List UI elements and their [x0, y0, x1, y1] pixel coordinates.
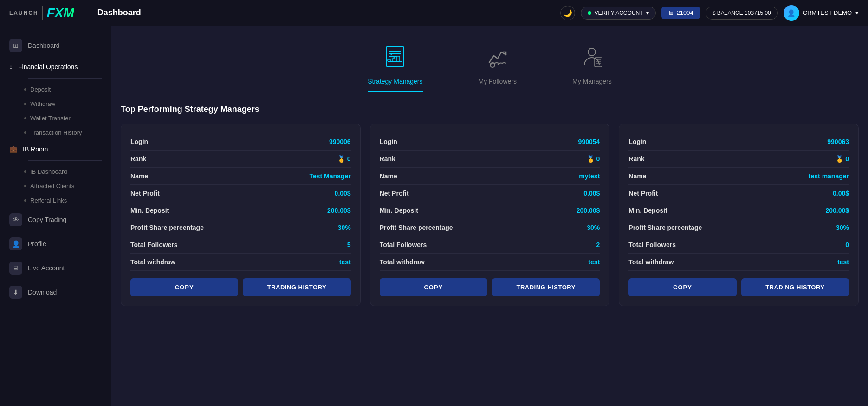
card-row-login: Login 990054 — [380, 133, 600, 151]
sidebar-item-download[interactable]: ⬇ Download — [0, 280, 111, 304]
sidebar-sub-label: Deposit — [30, 86, 51, 93]
net-profit-label: Net Profit — [628, 190, 658, 197]
sidebar-item-referral-links[interactable]: Refferal Links — [0, 193, 111, 208]
card-row-net-profit: Net Profit 0.00$ — [380, 185, 600, 202]
sidebar-item-copy-trading[interactable]: 👁 Copy Trading — [0, 208, 111, 232]
card-buttons: COPY TRADING HISTORY — [380, 278, 600, 296]
card-row-total-withdraw: Total withdraw test — [130, 254, 351, 271]
net-profit-value: 0.00$ — [583, 190, 600, 197]
sidebar-sub-label: Attracted Clients — [30, 183, 74, 190]
download-icon: ⬇ — [9, 286, 22, 299]
balance-button[interactable]: $ BALANCE 103715.00 — [706, 7, 778, 20]
total-followers-label: Total Followers — [380, 241, 427, 249]
copy-button-1[interactable]: COPY — [130, 278, 238, 296]
dashboard-icon: ⊞ — [9, 39, 22, 52]
sidebar-section-ib-room[interactable]: 💼 IB Room — [0, 140, 111, 158]
profit-share-label: Profit Share percentage — [380, 224, 453, 231]
trading-history-button-3[interactable]: TRADING HISTORY — [741, 278, 849, 296]
sidebar: ⊞ Dashboard ↕ Financial Operations Depos… — [0, 26, 111, 406]
trading-history-button-1[interactable]: TRADING HISTORY — [243, 278, 350, 296]
login-value: 990063 — [827, 138, 849, 145]
total-withdraw-value: test — [588, 258, 600, 266]
card-row-rank: Rank 🥇0 — [380, 151, 600, 168]
verify-account-label: VERIFY ACCOUNT — [594, 10, 643, 16]
bullet-icon — [24, 103, 26, 105]
min-deposit-label: Min. Deposit — [628, 207, 667, 214]
sidebar-item-attracted-clients[interactable]: Attracted Clients — [0, 179, 111, 193]
min-deposit-value: 200.00$ — [577, 207, 600, 214]
user-name: CRMTEST DEMO — [803, 9, 852, 16]
avatar: 👤 — [784, 5, 799, 21]
bullet-icon — [24, 117, 26, 119]
card-buttons: COPY TRADING HISTORY — [628, 278, 849, 296]
logo-launch-text: LAUNCH — [9, 10, 39, 16]
login-value: 990006 — [329, 138, 351, 145]
sidebar-item-wallet-transfer[interactable]: Wallet Transfer — [0, 111, 111, 125]
logo: LAUNCH FXM — [9, 6, 74, 20]
sidebar-item-ib-dashboard[interactable]: IB Dashboard — [0, 164, 111, 179]
bullet-icon — [24, 185, 26, 187]
login-label: Login — [628, 138, 646, 145]
card-row-total-withdraw: Total withdraw test — [628, 254, 849, 271]
my-managers-icon — [580, 45, 604, 73]
min-deposit-value: 200.00$ — [825, 207, 849, 214]
net-profit-label: Net Profit — [130, 190, 160, 197]
sidebar-item-label: Copy Trading — [28, 216, 66, 223]
svg-point-11 — [588, 48, 596, 56]
copy-button-3[interactable]: COPY — [628, 278, 736, 296]
profit-share-label: Profit Share percentage — [628, 224, 702, 231]
account-id-value: 21004 — [677, 9, 693, 16]
card-row-profit-share: Profit Share percentage 30% — [130, 219, 351, 236]
sidebar-item-label: Dashboard — [28, 42, 60, 49]
name-value: Test Manager — [309, 172, 350, 180]
tab-my-followers[interactable]: My Followers — [479, 45, 517, 92]
verify-account-button[interactable]: VERIFY ACCOUNT ▾ — [581, 7, 655, 20]
sidebar-item-withdraw[interactable]: Withdraw — [0, 97, 111, 111]
net-profit-label: Net Profit — [380, 190, 409, 197]
tab-strategy-managers[interactable]: Strategy Managers — [368, 45, 422, 92]
sidebar-item-deposit[interactable]: Deposit — [0, 82, 111, 97]
bullet-icon — [24, 170, 26, 173]
header-right: 🌙 VERIFY ACCOUNT ▾ 🖥 21004 $ BALANCE 103… — [560, 5, 859, 21]
net-profit-value: 0.00$ — [335, 190, 351, 197]
card-row-total-followers: Total Followers 0 — [628, 236, 849, 254]
net-profit-value: 0.00$ — [833, 190, 849, 197]
balance-label: $ BALANCE 103715.00 — [713, 10, 771, 16]
main-content: Strategy Managers My Followers — [111, 26, 868, 406]
dark-mode-toggle[interactable]: 🌙 — [560, 6, 575, 20]
live-account-icon: 🖥 — [9, 262, 22, 275]
total-followers-value: 5 — [347, 241, 351, 249]
name-value: mytest — [579, 172, 600, 180]
profit-share-value: 30% — [587, 224, 600, 231]
name-label: Name — [130, 172, 148, 180]
total-withdraw-label: Total withdraw — [130, 258, 175, 266]
account-id-button[interactable]: 🖥 21004 — [661, 7, 700, 19]
main-layout: ⊞ Dashboard ↕ Financial Operations Depos… — [0, 26, 868, 406]
login-label: Login — [130, 138, 148, 145]
chevron-down-icon: ▾ — [855, 9, 859, 16]
my-followers-icon — [486, 45, 510, 73]
tab-my-managers[interactable]: My Managers — [572, 45, 612, 92]
rank-value: 🥇0 — [587, 155, 600, 163]
total-withdraw-label: Total withdraw — [628, 258, 674, 266]
copy-trading-icon: 👁 — [9, 213, 22, 226]
sidebar-item-label: IB Room — [23, 145, 48, 153]
user-profile-button[interactable]: 👤 CRMTEST DEMO ▾ — [784, 5, 859, 21]
card-row-login: Login 990006 — [130, 133, 351, 151]
tabs-container: Strategy Managers My Followers — [121, 35, 859, 92]
sidebar-item-profile[interactable]: 👤 Profile — [0, 232, 111, 256]
sidebar-item-label: Profile — [28, 240, 46, 248]
sidebar-item-live-account[interactable]: 🖥 Live Account — [0, 256, 111, 280]
trading-history-button-2[interactable]: TRADING HISTORY — [492, 278, 600, 296]
sidebar-item-dashboard[interactable]: ⊞ Dashboard — [0, 33, 111, 58]
card-buttons: COPY TRADING HISTORY — [130, 278, 351, 296]
card-row-rank: Rank 🥇0 — [628, 151, 849, 168]
sidebar-section-financial[interactable]: ↕ Financial Operations — [0, 58, 111, 76]
rank-value: 🥇0 — [836, 155, 849, 163]
card-row-login: Login 990063 — [628, 133, 849, 151]
rank-label: Rank — [380, 155, 395, 163]
svg-rect-8 — [397, 56, 400, 61]
card-row-name: Name mytest — [380, 168, 600, 185]
sidebar-item-transaction-history[interactable]: Transaction History — [0, 125, 111, 140]
copy-button-2[interactable]: COPY — [380, 278, 487, 296]
